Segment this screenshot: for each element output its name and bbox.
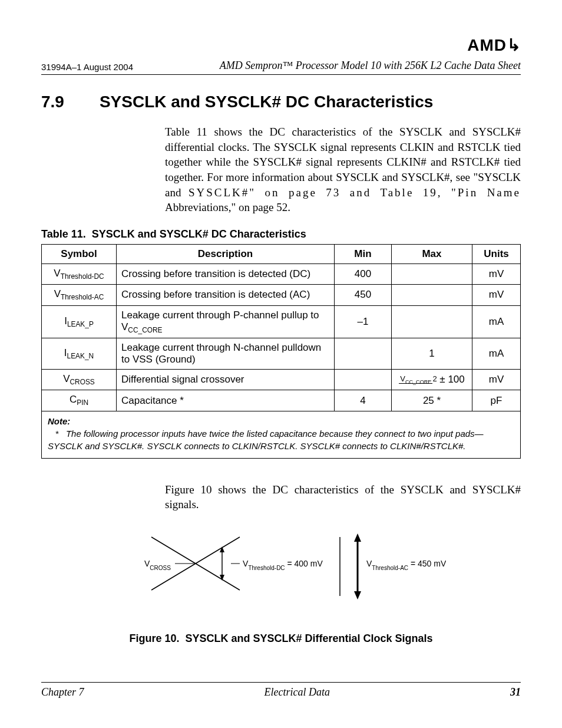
cell-max: VCC_CORE2 ± 100 — [392, 370, 472, 390]
cell-symbol: CPIN — [42, 390, 117, 411]
cell-symbol: ILEAK_P — [42, 305, 117, 338]
cell-symbol: VCROSS — [42, 370, 117, 390]
cell-symbol: VThreshold-AC — [42, 285, 117, 305]
svg-marker-5 — [220, 575, 224, 581]
intro-paragraph: Table 11 shows the DC characteristics of… — [165, 124, 521, 215]
cell-units: mA — [472, 305, 521, 338]
cell-description: Capacitance * — [117, 390, 335, 411]
brand-logo: AMD↲ — [41, 35, 521, 55]
svg-text:VCROSS: VCROSS — [144, 559, 171, 571]
cell-description: Leakage current through P-channel pullup… — [117, 305, 335, 338]
page-footer: Chapter 7 Electrical Data 31 — [41, 686, 521, 699]
table-note-row: Note: * The following processor inputs h… — [42, 411, 521, 458]
figure-10: VCROSS VThreshold-DC = 400 mV VThreshold… — [116, 525, 446, 645]
header-rule — [41, 74, 521, 75]
page-header: 31994A–1 August 2004 AMD Sempron™ Proces… — [41, 60, 521, 72]
cell-min: 4 — [335, 390, 392, 411]
cell-min: 400 — [335, 263, 392, 284]
note-title: Note: — [48, 416, 70, 426]
cell-units: mA — [472, 338, 521, 370]
figure-caption: Figure 10. SYSCLK and SYSCLK# Differenti… — [116, 633, 446, 645]
cell-max: 1 — [392, 338, 472, 370]
doc-id: 31994A–1 August 2004 — [41, 62, 133, 72]
figure-intro-paragraph: Figure 10 shows the DC characteristics o… — [165, 482, 521, 512]
cell-min: –1 — [335, 305, 392, 338]
cell-max — [392, 285, 472, 305]
footer-chapter: Chapter 7 — [41, 686, 84, 699]
cell-units: mV — [472, 285, 521, 305]
section-heading: 7.9 SYSCLK and SYSCLK# DC Characteristic… — [41, 93, 521, 111]
table-row: CPINCapacitance *425 *pF — [42, 390, 521, 411]
table-caption: Table 11. SYSCLK and SYSCLK# DC Characte… — [41, 228, 521, 241]
svg-marker-4 — [220, 546, 224, 552]
svg-marker-10 — [354, 591, 361, 599]
section-title: SYSCLK and SYSCLK# DC Characteristics — [100, 93, 433, 111]
cell-description: Crossing before transition is detected (… — [117, 263, 335, 284]
cell-units: pF — [472, 390, 521, 411]
svg-text:VThreshold-AC = 450 mV: VThreshold-AC = 450 mV — [366, 559, 446, 571]
table-header-row: Symbol Description Min Max Units — [42, 244, 521, 263]
col-description: Description — [117, 244, 335, 263]
cell-symbol: VThreshold-DC — [42, 263, 117, 284]
footer-rule — [41, 682, 521, 683]
svg-marker-9 — [354, 533, 361, 542]
cell-min — [335, 370, 392, 390]
dc-characteristics-table: Symbol Description Min Max Units VThresh… — [41, 244, 521, 459]
table-row: ILEAK_PLeakage current through P-channel… — [42, 305, 521, 338]
cell-min — [335, 338, 392, 370]
cell-description: Leakage current through N-channel pulldo… — [117, 338, 335, 370]
col-units: Units — [472, 244, 521, 263]
footer-page-number: 31 — [510, 686, 521, 699]
cell-description: Crossing before transition is detected (… — [117, 285, 335, 305]
col-max: Max — [392, 244, 472, 263]
cell-units: mV — [472, 263, 521, 284]
svg-text:VThreshold-DC = 400 mV: VThreshold-DC = 400 mV — [243, 559, 323, 571]
cell-max — [392, 263, 472, 284]
doc-title: AMD Sempron™ Processor Model 10 with 256… — [220, 60, 521, 72]
table-row: VThreshold-ACCrossing before transition … — [42, 285, 521, 305]
note-marker: * — [55, 429, 59, 439]
cell-symbol: ILEAK_N — [42, 338, 117, 370]
col-min: Min — [335, 244, 392, 263]
table-row: VCROSSDifferential signal crossoverVCC_C… — [42, 370, 521, 390]
table-row: ILEAK_NLeakage current through N-channel… — [42, 338, 521, 370]
footer-section: Electrical Data — [265, 686, 330, 699]
section-number: 7.9 — [41, 93, 64, 111]
cell-units: mV — [472, 370, 521, 390]
clock-signal-diagram: VCROSS VThreshold-DC = 400 mV VThreshold… — [116, 525, 446, 620]
cell-max — [392, 305, 472, 338]
cell-description: Differential signal crossover — [117, 370, 335, 390]
note-text: The following processor inputs have twic… — [48, 429, 484, 451]
cell-min: 450 — [335, 285, 392, 305]
cell-max: 25 * — [392, 390, 472, 411]
table-row: VThreshold-DCCrossing before transition … — [42, 263, 521, 284]
col-symbol: Symbol — [42, 244, 117, 263]
